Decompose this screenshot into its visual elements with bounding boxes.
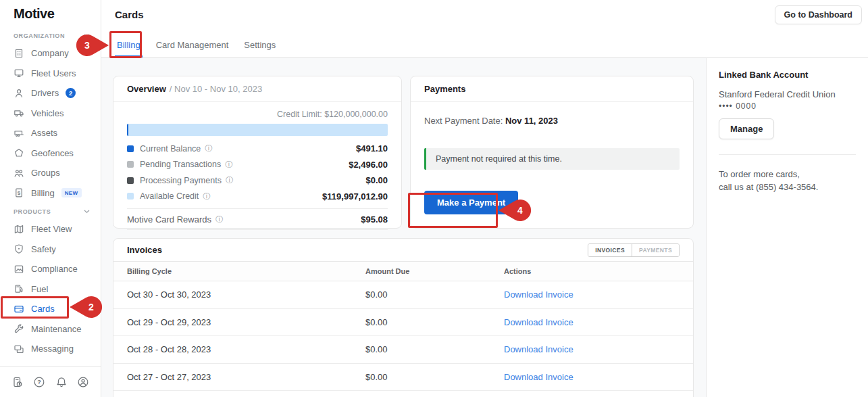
svg-text:$: $	[18, 190, 21, 196]
invoices-payments-toggle: INVOICES PAYMENTS	[588, 243, 680, 257]
chevron-down-icon[interactable]	[84, 210, 90, 214]
logbook-icon[interactable]	[11, 376, 24, 388]
billing-cycle-cell: Oct 28 - Oct 28, 2023	[127, 344, 365, 354]
vehicles-icon	[14, 108, 24, 118]
svg-text:4: 4	[517, 205, 523, 216]
sidebar-item-geofences[interactable]: Geofences	[0, 143, 101, 164]
svg-text:2: 2	[88, 302, 94, 312]
messaging-icon	[14, 344, 24, 354]
drivers-count-badge: 2	[66, 88, 76, 98]
annotation-box-cards	[1, 296, 69, 319]
fuel-icon	[14, 283, 24, 294]
table-row: Oct 29 - Oct 29, 2023 $0.00 Download Inv…	[113, 309, 693, 337]
billing-cycle-cell: Oct 30 - Oct 30, 2023	[127, 289, 365, 300]
overview-date-range: / Nov 10 - Nov 10, 2023	[170, 84, 262, 94]
billing-cycle-cell: Oct 29 - Oct 29, 2023	[127, 317, 365, 327]
sidebar-item-compliance[interactable]: Compliance	[0, 259, 101, 279]
legend-row-current-balance: Current Balance ⓘ $491.10	[127, 141, 388, 157]
annotation-box-make-payment	[408, 193, 498, 228]
legend-row-processing-payments: Processing Payments ⓘ $0.00	[127, 172, 388, 189]
table-row: Oct 27 - Oct 27, 2023 $0.00 Download Inv…	[113, 364, 693, 392]
sidebar-item-safety[interactable]: Safety	[0, 239, 101, 260]
sidebar-item-fleet-users[interactable]: Fleet Users	[0, 64, 101, 84]
amount-due-cell: $0.00	[365, 289, 504, 300]
sidebar-bottom-bar: ?	[0, 366, 101, 397]
billing-icon: $	[14, 187, 24, 198]
info-icon[interactable]: ⓘ	[225, 160, 233, 170]
credit-usage-bar	[127, 124, 388, 136]
order-cards-text: To order more cards, call us at (855) 43…	[719, 168, 856, 194]
sidebar-item-maintenance[interactable]: Maintenance	[0, 319, 101, 340]
legend-row-available-credit: Available Credit ⓘ $119,997,012.90	[127, 189, 388, 205]
groups-icon	[14, 168, 24, 179]
next-payment-date: Next Payment Date: Nov 11, 2023	[424, 116, 680, 126]
tab-card-management[interactable]: Card Management	[154, 34, 231, 57]
safety-icon	[14, 243, 24, 254]
payments-card-header: Payments	[411, 76, 693, 102]
current-balance-segment	[127, 124, 128, 136]
sidebar-item-drivers[interactable]: Drivers 2	[0, 83, 101, 103]
divider	[719, 154, 856, 155]
help-icon[interactable]: ?	[33, 376, 45, 388]
available-credit-swatch	[127, 193, 134, 200]
invoices-table-header: Billing Cycle Amount Due Actions	[113, 261, 693, 281]
annotation-marker-3: 3	[76, 34, 109, 57]
toggle-payments[interactable]: PAYMENTS	[632, 244, 679, 256]
info-icon[interactable]: ⓘ	[203, 191, 211, 202]
info-icon[interactable]: ⓘ	[226, 175, 234, 185]
table-row: Oct 28 - Oct 28, 2023 $0.00 Download Inv…	[113, 336, 693, 364]
go-to-dashboard-button[interactable]: Go to Dashboard	[775, 5, 862, 24]
divider	[127, 229, 388, 230]
svg-text:3: 3	[84, 40, 90, 51]
info-icon[interactable]: ⓘ	[205, 143, 213, 154]
download-invoice-link[interactable]: Download Invoice	[504, 289, 680, 300]
current-balance-swatch	[127, 145, 134, 152]
motive-logo: Motive	[0, 0, 101, 27]
toggle-invoices[interactable]: INVOICES	[588, 244, 632, 256]
assets-icon	[14, 128, 24, 139]
invoices-title: Invoices	[127, 245, 162, 255]
sidebar-item-fleet-view[interactable]: Fleet View	[0, 219, 101, 239]
table-row: Oct 30 - Oct 30, 2023 $0.00 Download Inv…	[113, 281, 693, 309]
column-amount-due: Amount Due	[365, 267, 504, 275]
account-icon[interactable]	[77, 376, 89, 388]
fleet-view-icon	[14, 224, 24, 235]
download-invoice-link[interactable]: Download Invoice	[504, 372, 680, 382]
column-actions: Actions	[504, 267, 680, 275]
sidebar-item-vehicles[interactable]: Vehicles	[0, 103, 101, 124]
amount-due-cell: $0.00	[365, 317, 504, 327]
overview-card: Overview / Nov 10 - Nov 10, 2023 Credit …	[113, 76, 402, 229]
sidebar-item-groups[interactable]: Groups	[0, 163, 101, 183]
annotation-box-billing-tab	[109, 31, 142, 58]
payments-title: Payments	[424, 84, 465, 94]
info-icon[interactable]: ⓘ	[215, 214, 224, 225]
tab-settings[interactable]: Settings	[242, 34, 278, 57]
company-icon	[14, 48, 24, 59]
svg-text:?: ?	[38, 379, 42, 386]
fleet-users-icon	[14, 68, 24, 78]
invoices-card-header: Invoices INVOICES PAYMENTS	[113, 239, 693, 261]
manage-button[interactable]: Manage	[719, 118, 774, 139]
overview-card-header: Overview / Nov 10 - Nov 10, 2023	[113, 76, 401, 102]
overview-title: Overview	[127, 84, 166, 94]
annotation-marker-2: 2	[69, 296, 103, 319]
rewards-value: $95.08	[361, 214, 388, 225]
notifications-icon[interactable]	[55, 376, 68, 388]
credit-legend: Current Balance ⓘ $491.10 Pending Transa…	[127, 141, 388, 204]
amount-due-cell: $0.00	[365, 344, 504, 354]
annotation-marker-4: 4	[498, 199, 532, 222]
column-billing-cycle: Billing Cycle	[127, 267, 365, 275]
sidebar-item-assets[interactable]: Assets	[0, 123, 101, 143]
sidebar-item-billing[interactable]: $ Billing NEW	[0, 183, 101, 204]
linked-bank-title: Linked Bank Account	[719, 70, 856, 80]
billing-new-badge: NEW	[61, 188, 82, 197]
invoices-card: Invoices INVOICES PAYMENTS Billing Cycle…	[113, 238, 694, 397]
sidebar: Motive ORGANIZATION Company Fleet Users …	[0, 0, 101, 397]
legend-row-pending-transactions: Pending Transactions ⓘ $2,496.00	[127, 157, 388, 173]
sidebar-item-messaging[interactable]: Messaging	[0, 339, 101, 359]
download-invoice-link[interactable]: Download Invoice	[504, 344, 680, 354]
download-invoice-link[interactable]: Download Invoice	[504, 317, 680, 327]
amount-due-cell: $0.00	[365, 372, 504, 382]
sidebar-section-products: PRODUCTS	[0, 204, 101, 219]
processing-payments-swatch	[127, 177, 134, 184]
